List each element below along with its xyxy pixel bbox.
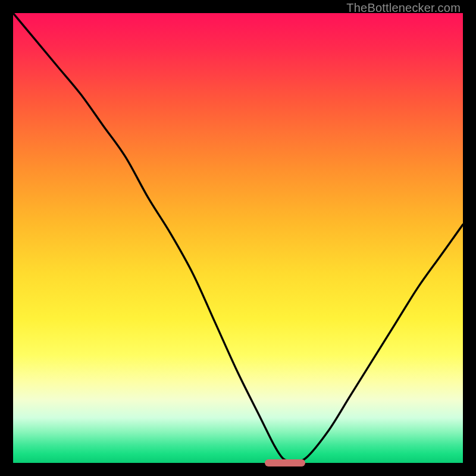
bottleneck-curve	[13, 13, 463, 463]
curve-path	[13, 13, 463, 461]
watermark-text: TheBottlenecker.com	[346, 1, 461, 15]
optimal-range-marker	[265, 459, 305, 466]
plot-area	[13, 13, 463, 463]
chart-frame: TheBottlenecker.com	[0, 0, 476, 476]
